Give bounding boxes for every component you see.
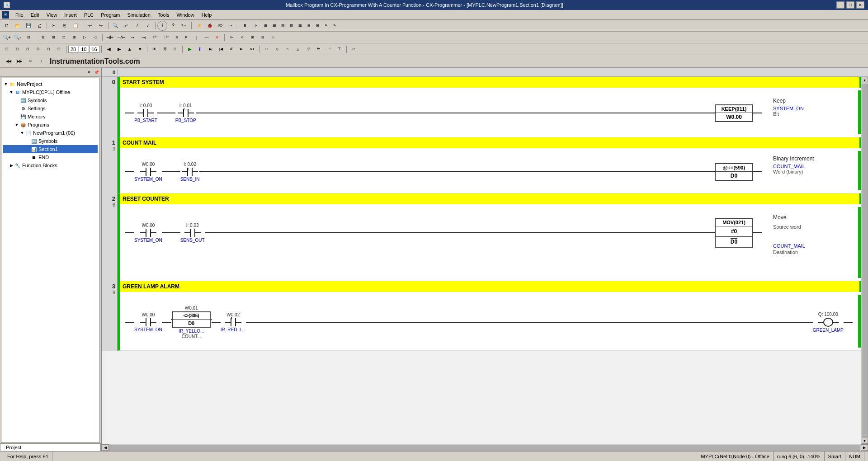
step-fwd-btn[interactable]: ▶|: [206, 44, 216, 54]
tree-item-settings[interactable]: ▶ ⚙ Settings: [3, 104, 98, 113]
tree-item-sym2[interactable]: ▶ 🔤 Symbols: [3, 137, 98, 145]
save-btn[interactable]: 💾: [24, 21, 33, 31]
diagram-scroll[interactable]: 0 START SYSTEM: [102, 77, 861, 444]
tb-g6[interactable]: ⊞: [305, 21, 313, 31]
set-btn[interactable]: S: [172, 33, 181, 42]
t3-x2[interactable]: ◇: [272, 44, 282, 54]
redo-btn[interactable]: ↪: [96, 21, 106, 31]
menu-plc[interactable]: PLC: [80, 11, 97, 19]
tree-item-programs[interactable]: ▼ 📦 Programs: [3, 121, 98, 129]
tree-item-newproject[interactable]: ▼ 📁 NewProject: [3, 80, 98, 88]
scroll-up-btn[interactable]: ▲: [862, 77, 868, 83]
tb-dbg[interactable]: 🐞: [205, 21, 215, 31]
tree-item-myplc[interactable]: ▼ 🖥 MYPLC[CP1L] Offline: [3, 88, 98, 96]
t3-1[interactable]: ⊞: [2, 44, 12, 54]
info-btn[interactable]: i: [157, 21, 167, 31]
t3-x7[interactable]: ⊣: [324, 44, 334, 54]
hline-btn[interactable]: —: [202, 33, 212, 42]
tb14[interactable]: ↗: [132, 21, 142, 31]
t3-x6[interactable]: ⊢: [314, 44, 324, 54]
tb-g2[interactable]: ▦: [270, 21, 278, 31]
menu-simulation[interactable]: Simulation: [123, 11, 154, 19]
panel-pin-btn[interactable]: 📌: [93, 69, 100, 76]
menu-insert[interactable]: Insert: [61, 11, 80, 19]
diag-btn3[interactable]: ⊞: [247, 33, 257, 42]
tb-g1[interactable]: ▦: [262, 21, 270, 31]
t2-6[interactable]: ◁: [90, 33, 100, 42]
tree-item-fb[interactable]: ▶ 🔧 Function Blocks: [3, 161, 98, 169]
zoom-out-btn[interactable]: 🔍-: [13, 33, 23, 42]
zoom-fit-btn[interactable]: ⊡: [24, 33, 33, 42]
panel-close-btn[interactable]: ✕: [85, 69, 93, 76]
contact-nc-btn[interactable]: ⊣/⊢: [116, 33, 127, 42]
tb-g7[interactable]: ⊟: [313, 21, 321, 31]
menu-tools[interactable]: Tools: [154, 11, 173, 19]
coil-nc-btn[interactable]: ⊸/: [138, 33, 149, 42]
t2-5[interactable]: ▷: [80, 33, 90, 42]
t3-arr4[interactable]: ▼: [135, 44, 145, 54]
addr-btn2[interactable]: ▶▶: [14, 56, 24, 66]
help-btn[interactable]: ?: [168, 21, 178, 31]
project-tab[interactable]: Project: [0, 443, 101, 451]
tb15[interactable]: ↙: [143, 21, 153, 31]
online-btn[interactable]: ⛓: [160, 44, 170, 54]
undo-btn[interactable]: ↩: [85, 21, 95, 31]
n-contact-btn[interactable]: ↓⊢: [161, 33, 172, 42]
t3-3[interactable]: ⊡: [23, 44, 33, 54]
addr-btn3[interactable]: ✕: [25, 56, 35, 66]
del-btn[interactable]: ✕: [212, 33, 222, 42]
tb-g8[interactable]: ≡: [322, 21, 330, 31]
tree-item-symbols[interactable]: ▶ 🔤 Symbols: [3, 96, 98, 104]
addr-btn1[interactable]: ◀◀: [4, 56, 14, 66]
print-preview-btn[interactable]: 🖨: [34, 21, 44, 31]
t3-2[interactable]: ⊟: [12, 44, 22, 54]
diag-btn2[interactable]: ⊲: [237, 33, 247, 42]
tb-g3[interactable]: ▧: [279, 21, 287, 31]
menu-edit[interactable]: Edit: [27, 11, 43, 19]
crossref-btn[interactable]: ⇄: [121, 21, 131, 31]
end-btn[interactable]: ⏮: [247, 44, 257, 54]
tb-step[interactable]: ⊳: [251, 21, 261, 31]
undo2-btn[interactable]: ↩: [349, 44, 359, 54]
scroll-right-btn[interactable]: ▶: [861, 444, 868, 451]
menu-view[interactable]: View: [43, 11, 61, 19]
t3-arr3[interactable]: ▲: [125, 44, 135, 54]
tb-pause[interactable]: ⏸: [240, 21, 250, 31]
tree-item-section1[interactable]: ▶ 📊 Section1: [3, 145, 98, 153]
step-back-btn[interactable]: |◀: [216, 44, 226, 54]
tb-warn[interactable]: ⚠: [194, 21, 204, 31]
t3-arr1[interactable]: ◀: [104, 44, 114, 54]
close-button[interactable]: ✕: [856, 1, 864, 9]
coil-no-btn[interactable]: ⊸: [127, 33, 138, 42]
scroll-left-btn[interactable]: ◀: [102, 444, 109, 451]
ff-btn[interactable]: ⏭: [237, 44, 247, 54]
menu-program[interactable]: Program: [97, 11, 123, 19]
t2-2[interactable]: ⊠: [48, 33, 58, 42]
cut-btn[interactable]: ✂: [49, 21, 59, 31]
t3-8[interactable]: ⊞: [170, 44, 180, 54]
tb-io[interactable]: I/O: [215, 21, 225, 31]
reset-btn[interactable]: R: [182, 33, 191, 42]
zoom-in-btn[interactable]: 🔍+: [2, 33, 12, 42]
tb-trns[interactable]: ⇒: [226, 21, 236, 31]
new-btn[interactable]: 🗋: [2, 21, 12, 31]
reset-sim-btn[interactable]: ↺: [226, 44, 236, 54]
vertical-scrollbar[interactable]: ▲ ▼: [861, 77, 868, 444]
diag-btn4[interactable]: ⊟: [258, 33, 268, 42]
t3-x1[interactable]: □: [262, 44, 272, 54]
horiz-scroll-thumb[interactable]: [109, 445, 860, 451]
stop-btn[interactable]: ⏸: [195, 44, 205, 54]
t2-4[interactable]: ⊞: [69, 33, 79, 42]
contact-no-btn[interactable]: ⊣⊢: [104, 33, 115, 42]
menu-file[interactable]: File: [12, 11, 27, 19]
t3-x8[interactable]: ⊤: [335, 44, 344, 54]
tree-item-newprogram1[interactable]: ▼ 📄 NewProgram1 (00): [3, 129, 98, 137]
tree-item-memory[interactable]: ▶ 💾 Memory: [3, 113, 98, 121]
tb-g5[interactable]: ▩: [296, 21, 304, 31]
search-btn[interactable]: 🔍: [110, 21, 120, 31]
monitor-btn[interactable]: 👁: [150, 44, 160, 54]
t3-arr2[interactable]: ▶: [114, 44, 124, 54]
diag-btn1[interactable]: ⊳: [226, 33, 236, 42]
minimize-button[interactable]: _: [836, 1, 844, 9]
copy-btn[interactable]: ⎘: [60, 21, 70, 31]
